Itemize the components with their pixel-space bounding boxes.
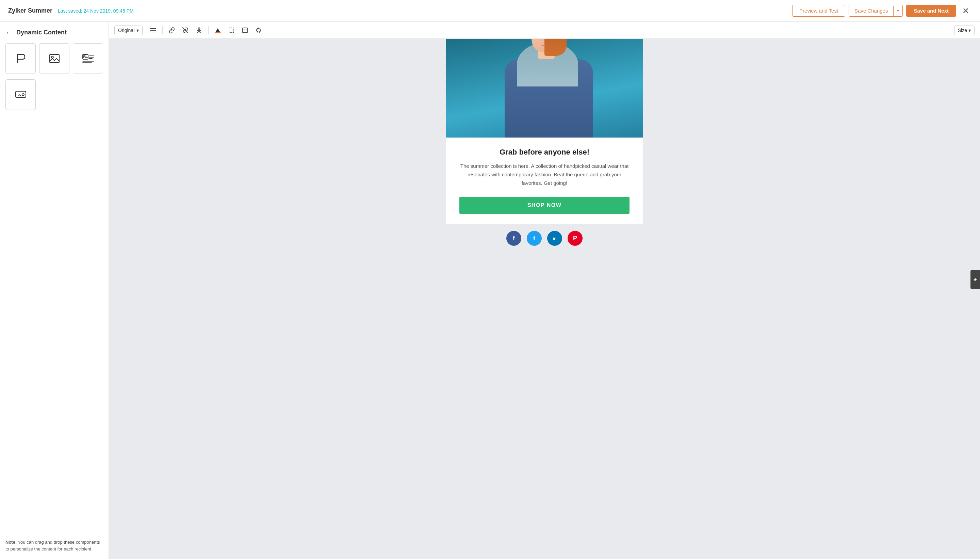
header: Zylker Summer Last saved: 24 Nov 2019, 0… [0,0,980,22]
spotlight-icon [256,27,262,33]
dynamic-component-card[interactable] [5,79,36,110]
components-grid [5,43,103,74]
text-component-card[interactable] [5,43,36,74]
components-grid-row2 [5,79,103,110]
sidebar: ← Dynamic Content [0,22,109,559]
original-label: Original [118,28,134,33]
size-chevron-icon: ▾ [968,28,971,33]
fill-icon-button[interactable] [212,25,224,35]
linkedin-icon-button[interactable]: in [547,231,562,246]
unlink-icon-button[interactable] [180,25,191,35]
email-body-text: The summer collection is here. A collect… [459,162,630,187]
save-and-next-button[interactable]: Save and Next [906,5,956,17]
size-label: Size [958,28,967,33]
sidebar-note: Note: You can drag and drop these compon… [5,533,103,552]
dynamic-icon [14,88,28,101]
email-headline: Grab before anyone else! [459,148,630,157]
separator-2 [208,26,209,35]
svg-rect-0 [49,55,59,63]
svg-rect-19 [229,28,234,33]
email-hero-block [446,39,643,137]
header-right: Preview and Test Save Changes ▾ Save and… [792,5,972,17]
svg-rect-2 [82,55,88,59]
note-label: Note: [5,539,16,545]
original-dropdown[interactable]: Original ▾ [114,26,143,35]
facebook-icon: f [513,235,515,242]
spotlight-icon-button[interactable] [253,25,264,35]
table-icon [242,27,248,33]
sidebar-header: ← Dynamic Content [5,28,103,36]
svg-rect-18 [215,32,221,33]
linkedin-icon: in [553,236,557,241]
save-changes-label: Save Changes [849,5,893,17]
svg-point-1 [51,56,53,58]
unlink-icon [182,27,188,33]
selection-icon [228,27,234,33]
pinterest-icon: P [573,235,577,242]
link-icon [169,27,175,33]
twitter-icon: t [533,235,535,242]
anchor-icon-button[interactable] [193,25,205,35]
link-icon-button[interactable] [166,25,178,35]
back-button[interactable]: ← [5,28,12,36]
fill-icon [215,27,221,33]
header-left: Zylker Summer Last saved: 24 Nov 2019, 0… [8,7,134,14]
selection-icon-button[interactable] [226,25,237,35]
toolbar: Original ▾ [109,22,980,39]
note-content: You can drag and drop these components t… [5,539,100,551]
anchor-icon [196,27,202,33]
image-text-component-card[interactable] [73,43,103,74]
image-component-card[interactable] [39,43,69,74]
email-canvas: Grab before anyone else! The summer coll… [446,39,643,546]
social-icons-block: f t in P [446,224,643,253]
svg-point-23 [257,28,260,32]
pinterest-icon-button[interactable]: P [568,231,582,246]
image-icon [48,52,61,65]
image-text-icon [81,52,95,65]
paragraph-icon [14,52,28,65]
shop-now-button[interactable]: SHOP NOW [459,197,630,214]
save-changes-button[interactable]: Save Changes ▾ [849,5,903,17]
last-saved-text: Last saved: 24 Nov 2019, 09:45 PM [58,8,134,13]
separator-1 [162,26,163,35]
save-changes-dropdown-arrow[interactable]: ▾ [893,6,902,16]
facebook-icon-button[interactable]: f [506,231,521,246]
svg-point-10 [22,94,24,96]
canvas-area[interactable]: Grab before anyone else! The summer coll… [109,39,980,559]
campaign-title: Zylker Summer [8,7,53,14]
hero-image [446,39,643,137]
app-layout: ← Dynamic Content [0,22,980,559]
email-text-block: Grab before anyone else! The summer coll… [446,137,643,224]
right-panel-handle[interactable]: ★ [970,270,980,289]
size-dropdown[interactable]: Size ▾ [954,26,975,35]
align-icon-button[interactable] [147,25,159,35]
align-icon [150,27,156,33]
sidebar-title: Dynamic Content [16,29,67,36]
twitter-icon-button[interactable]: t [527,231,542,246]
main-area: Original ▾ [109,22,980,559]
preview-and-test-button[interactable]: Preview and Test [792,5,845,17]
close-button[interactable]: ✕ [960,5,972,17]
dropdown-chevron-icon: ▾ [137,28,139,33]
table-icon-button[interactable] [239,25,251,35]
star-icon: ★ [973,277,978,282]
